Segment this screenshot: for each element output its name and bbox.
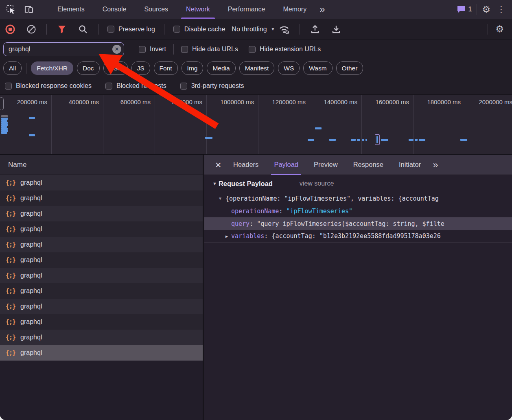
request-row[interactable]: {;}graphql <box>0 314 203 330</box>
search-icon[interactable] <box>77 23 89 35</box>
tab-initiator[interactable]: Initiator <box>391 155 429 175</box>
network-conditions-icon[interactable] <box>278 23 291 35</box>
preserve-log-checkbox[interactable] <box>107 26 114 33</box>
tab-preview[interactable]: Preview <box>306 155 346 175</box>
timeline-column: 400000 ms <box>52 95 103 155</box>
throttling-select[interactable]: No throttling ▼ <box>232 26 275 33</box>
tab-memory[interactable]: Memory <box>274 0 315 19</box>
device-toolbar-icon[interactable] <box>23 3 35 15</box>
request-row[interactable]: {;}graphql <box>0 252 203 268</box>
request-row[interactable]: {;}graphql <box>0 237 203 252</box>
json-request-icon: {;} <box>6 303 15 310</box>
divider <box>488 24 488 35</box>
request-name: graphql <box>20 225 42 233</box>
request-name: graphql <box>20 241 42 248</box>
timeline-request-bar <box>315 127 322 129</box>
payload-preview-text: {operationName: "ipFlowTimeseries", vari… <box>225 195 439 202</box>
chip-all[interactable]: All <box>3 61 22 75</box>
divider <box>41 4 41 15</box>
json-request-icon: {;} <box>6 210 15 217</box>
third-party-requests-checkbox[interactable] <box>180 83 187 90</box>
chip-js[interactable]: JS <box>131 61 150 75</box>
tab-headers[interactable]: Headers <box>225 155 266 175</box>
divider <box>46 24 47 35</box>
inspect-element-icon[interactable] <box>5 3 17 15</box>
hide-extension-urls-checkbox[interactable] <box>249 46 256 53</box>
network-settings-gear-icon[interactable]: ⚙ <box>495 24 504 34</box>
clear-filter-icon[interactable]: × <box>112 45 121 54</box>
timeline-selected-marker[interactable] <box>375 134 380 145</box>
tab-elements[interactable]: Elements <box>48 0 94 19</box>
chip-fetch-xhr[interactable]: Fetch/XHR <box>31 61 73 75</box>
more-tabs-icon[interactable]: » <box>315 4 328 15</box>
export-har-icon[interactable] <box>330 23 342 35</box>
json-request-icon: {;} <box>6 241 15 248</box>
tab-sources[interactable]: Sources <box>135 0 177 19</box>
timeline-tick-label: 600000 ms <box>103 98 151 105</box>
timeline-request-bar <box>1 132 7 134</box>
chip-font[interactable]: Font <box>154 61 178 75</box>
request-row[interactable]: {;}graphql <box>0 299 203 314</box>
tab-network[interactable]: Network <box>177 0 219 19</box>
timeline-request-bar <box>460 139 467 141</box>
request-row[interactable]: {;}graphql <box>0 175 203 190</box>
chip-css[interactable]: CSS <box>103 61 128 75</box>
timeline-request-bar <box>29 117 35 119</box>
filter-input[interactable] <box>4 46 124 53</box>
payload-row-query[interactable]: query: "query ipFlowTimeseries($accountT… <box>204 217 512 230</box>
timeline-drag-handle[interactable] <box>0 97 4 110</box>
request-row[interactable]: {;}graphql <box>0 268 203 283</box>
timeline-request-bar <box>351 139 356 141</box>
timeline-column: 800000 ms <box>155 95 207 155</box>
name-column-header[interactable]: Name <box>0 155 203 175</box>
settings-gear-icon[interactable]: ⚙ <box>482 5 490 14</box>
issues-button[interactable]: 1 <box>457 5 472 13</box>
tab-payload[interactable]: Payload <box>266 155 306 175</box>
section-expand-icon[interactable]: ▼ <box>212 181 217 186</box>
request-row[interactable]: {;}graphql <box>0 206 203 221</box>
disable-cache-checkbox[interactable] <box>173 26 180 33</box>
object-expand-icon[interactable]: ▼ <box>219 196 221 201</box>
request-row[interactable]: {;}graphql <box>0 330 203 345</box>
tab-console[interactable]: Console <box>94 0 136 19</box>
request-name: graphql <box>20 179 42 186</box>
hide-data-urls-checkbox[interactable] <box>181 46 188 53</box>
more-detail-tabs-icon[interactable]: » <box>429 159 441 171</box>
chip-media[interactable]: Media <box>207 61 235 75</box>
tab-performance[interactable]: Performance <box>219 0 274 19</box>
chip-other[interactable]: Other <box>336 61 363 75</box>
view-source-link[interactable]: view source <box>300 180 334 187</box>
invert-checkbox[interactable] <box>139 46 146 53</box>
request-rows: {;}graphql{;}graphql{;}graphql{;}graphql… <box>0 175 203 361</box>
timeline-tick-label: 1200000 ms <box>258 98 306 105</box>
network-overview-timeline[interactable]: 200000 ms400000 ms600000 ms800000 ms1000… <box>0 94 512 155</box>
close-details-icon[interactable]: × <box>211 160 225 170</box>
timeline-request-bar <box>365 139 367 141</box>
request-row[interactable]: {;}graphql <box>0 221 203 237</box>
record-network-log-icon[interactable] <box>4 23 16 35</box>
disable-cache-label: Disable cache <box>184 26 225 33</box>
chip-doc[interactable]: Doc <box>77 61 100 75</box>
chip-wasm[interactable]: Wasm <box>303 61 332 75</box>
chip-img[interactable]: Img <box>182 61 203 75</box>
more-options-icon[interactable]: ⋮ <box>495 4 507 14</box>
payload-preview-row[interactable]: ▼ {operationName: "ipFlowTimeseries", va… <box>204 192 512 205</box>
request-row[interactable]: {;}graphql <box>0 345 203 361</box>
invert-label: Invert <box>150 46 166 53</box>
timeline-request-bar <box>415 139 418 141</box>
timeline-request-bar <box>381 139 388 141</box>
clear-network-log-icon[interactable] <box>25 23 37 35</box>
import-har-icon[interactable] <box>309 23 321 35</box>
request-row[interactable]: {;}graphql <box>0 283 203 299</box>
filter-icon[interactable] <box>56 23 68 35</box>
payload-row-variables[interactable]: ▶ variables: {accountTag: "b12e3b2192ee5… <box>204 230 512 243</box>
chip-ws[interactable]: WS <box>278 61 300 75</box>
timeline-column: 2000000 ms <box>465 95 512 155</box>
blocked-response-cookies-checkbox[interactable] <box>5 83 12 90</box>
payload-row-operation-name[interactable]: operationName: "ipFlowTimeseries" <box>204 205 512 217</box>
tab-response[interactable]: Response <box>346 155 391 175</box>
request-row[interactable]: {;}graphql <box>0 190 203 206</box>
chip-manifest[interactable]: Manifest <box>239 61 275 75</box>
variables-expand-icon[interactable]: ▶ <box>225 234 228 238</box>
blocked-requests-checkbox[interactable] <box>105 83 112 90</box>
